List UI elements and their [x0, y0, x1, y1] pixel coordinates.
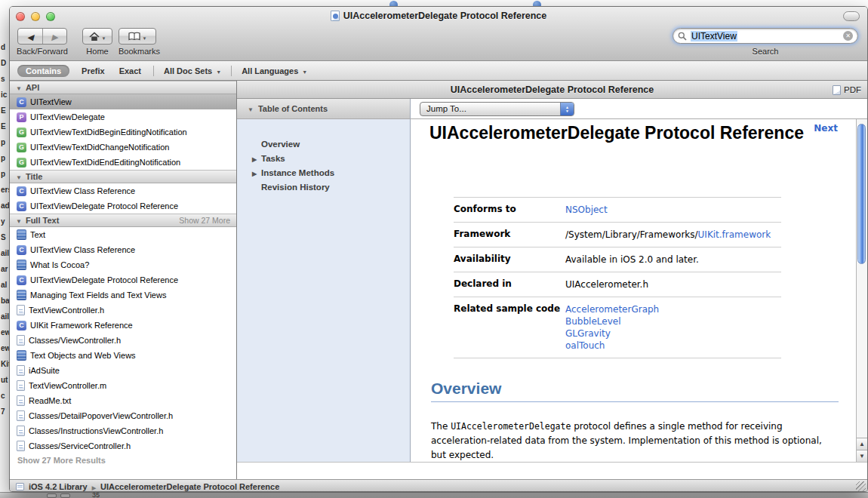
resize-grip-icon[interactable]: [856, 481, 866, 491]
chevron-down-icon: [102, 29, 106, 43]
search-result-item[interactable]: iAdSuite: [10, 363, 236, 378]
search-result-item[interactable]: UIKit Framework Reference: [10, 318, 236, 333]
clear-search-button[interactable]: [843, 31, 853, 41]
nsobject-link[interactable]: NSObject: [565, 204, 608, 215]
back-button[interactable]: [18, 29, 42, 44]
show-more-results-link[interactable]: Show 27 More Results: [10, 453, 236, 467]
breadcrumb-library[interactable]: iOS 4.2 Library: [29, 482, 88, 491]
search-result-item[interactable]: TextViewController.m: [10, 378, 236, 393]
forward-button[interactable]: [42, 29, 66, 44]
languages-dropdown[interactable]: All Languages: [242, 66, 307, 75]
section-header-title[interactable]: Title: [10, 170, 236, 183]
search-result-item[interactable]: Managing Text Fields and Text Views: [10, 287, 236, 303]
bookmarks-button[interactable]: [119, 28, 156, 45]
home-button[interactable]: [82, 28, 112, 45]
window-title: UIAccelerometerDelegate Protocol Referen…: [10, 11, 867, 21]
search-result-item[interactable]: Classes/ViewController.h: [10, 333, 236, 348]
global-icon: [17, 158, 26, 168]
search-result-item[interactable]: Text Objects and Web Views: [10, 348, 236, 363]
search-result-item[interactable]: ReadMe.txt: [10, 393, 236, 408]
background-window-bottom: 35: [0, 492, 868, 498]
toc-header-row: Table of Contents Jump To...: [237, 99, 867, 119]
table-row: Declared in UIAccelerometer.h: [454, 272, 781, 297]
search-result-item[interactable]: Classes/ServiceController.h: [10, 438, 236, 453]
table-row: Framework /System/Library/Frameworks/UIK…: [454, 223, 781, 247]
disclosure-down-icon: [16, 172, 22, 181]
toc-item-revision-history[interactable]: Revision History: [237, 180, 410, 195]
scroll-down-icon[interactable]: [857, 450, 867, 462]
search-result-item[interactable]: UITextViewDelegate Protocol Reference: [10, 272, 236, 287]
search-scope-bar: Contains Prefix Exact All Doc Sets All L…: [10, 61, 867, 81]
overview-paragraph: The UIAccelerometerDelegate protocol def…: [431, 420, 830, 462]
sample-code-link[interactable]: oalTouch: [565, 340, 781, 352]
chevron-down-icon: [302, 66, 307, 75]
doc-sets-dropdown[interactable]: All Doc Sets: [164, 66, 221, 75]
scrollbar-arrows: [857, 438, 867, 462]
disclosure-right-icon: [252, 166, 257, 181]
doc-icon: [17, 229, 26, 240]
page-title: UIAccelerometerDelegate Protocol Referen…: [429, 122, 807, 143]
show-more-link[interactable]: Show 27 More: [179, 216, 230, 225]
search-result-item[interactable]: UITextView Class Reference: [10, 242, 236, 257]
vertical-scrollbar[interactable]: [856, 119, 867, 462]
background-segment: [47, 493, 57, 498]
scrollbar-thumb[interactable]: [857, 124, 866, 264]
popup-arrows-icon: [560, 103, 574, 115]
chevron-down-icon: [216, 66, 221, 75]
search-result-item[interactable]: What Is Cocoa?: [10, 257, 236, 272]
pdf-button[interactable]: PDF: [833, 81, 861, 99]
search-result-item[interactable]: UITextViewTextDidChangeNotification: [10, 140, 236, 155]
scope-exact-button[interactable]: Exact: [117, 65, 143, 77]
inline-code: UIAccelerometerDelegate: [451, 421, 571, 432]
search-result-item[interactable]: UITextViewDelegate: [10, 109, 236, 124]
home-label: Home: [82, 47, 112, 56]
background-window-left: d D s ic E E p p p ers ad y S ail ar al …: [0, 6, 9, 493]
toolbar-toggle-button[interactable]: [843, 11, 860, 21]
global-icon: [17, 128, 26, 137]
sample-code-link[interactable]: BubbleLevel: [565, 315, 781, 327]
search-result-item[interactable]: UITextView Class Reference: [10, 183, 236, 198]
protocol-icon: [17, 112, 26, 122]
scroll-up-icon[interactable]: [857, 438, 867, 450]
search-result-item[interactable]: UITextViewDelegate Protocol Reference: [10, 198, 236, 214]
overview-heading: Overview: [431, 380, 839, 402]
table-row: Related sample code AccelerometerGraph B…: [454, 297, 781, 358]
next-link[interactable]: Next: [814, 123, 838, 134]
status-bar: iOS 4.2 Library UIAccelerometerDelegate …: [10, 479, 867, 492]
table-of-contents-header[interactable]: Table of Contents: [237, 99, 411, 118]
search-result-item[interactable]: TextViewController.h: [10, 303, 236, 318]
search-result-item[interactable]: UITextViewTextDidBeginEditingNotificatio…: [10, 124, 236, 140]
search-label: Search: [673, 47, 858, 56]
global-icon: [17, 143, 26, 152]
search-result-item[interactable]: Classes/DetailPopoverViewController.h: [10, 408, 236, 423]
toc-item-overview[interactable]: Overview: [237, 137, 410, 152]
uikit-framework-link[interactable]: UIKit.framework: [698, 229, 771, 240]
section-header-full-text[interactable]: Full Text Show 27 More: [10, 214, 236, 227]
class-icon: [17, 321, 26, 330]
file-icon: [17, 365, 25, 376]
toc-item-instance-methods[interactable]: Instance Methods: [237, 166, 410, 180]
sample-code-link[interactable]: GLGravity: [565, 327, 781, 340]
search-result-item[interactable]: Classes/InstructionsViewController.h: [10, 423, 236, 438]
documentation-window: UIAccelerometerDelegate Protocol Referen…: [9, 6, 868, 492]
doc-icon: [17, 350, 26, 361]
document-page: Next UIAccelerometerDelegate Protocol Re…: [411, 119, 856, 462]
toc-item-tasks[interactable]: Tasks: [237, 152, 410, 166]
pdf-icon: [833, 85, 841, 95]
scope-contains-button[interactable]: Contains: [17, 65, 69, 77]
content-column: UIAccelerometerDelegate Protocol Referen…: [237, 81, 867, 479]
scope-prefix-button[interactable]: Prefix: [79, 65, 107, 77]
jump-to-dropdown[interactable]: Jump To...: [420, 102, 574, 116]
content-header: UIAccelerometerDelegate Protocol Referen…: [237, 81, 867, 99]
search-input[interactable]: UITextView: [673, 28, 858, 44]
file-icon: [17, 380, 25, 391]
breadcrumb-page: UIAccelerometerDelegate Protocol Referen…: [100, 482, 279, 491]
search-result-item[interactable]: UITextView: [10, 94, 236, 109]
section-header-api[interactable]: API: [10, 81, 236, 94]
class-icon: [17, 201, 26, 211]
search-result-item[interactable]: Text: [10, 227, 236, 242]
document-icon: [331, 11, 340, 21]
sample-code-link[interactable]: AccelerometerGraph: [565, 303, 781, 315]
search-result-item[interactable]: UITextViewTextDidEndEditingNotification: [10, 155, 236, 170]
toc-pane: Overview Tasks Instance Methods Revision…: [237, 119, 411, 462]
